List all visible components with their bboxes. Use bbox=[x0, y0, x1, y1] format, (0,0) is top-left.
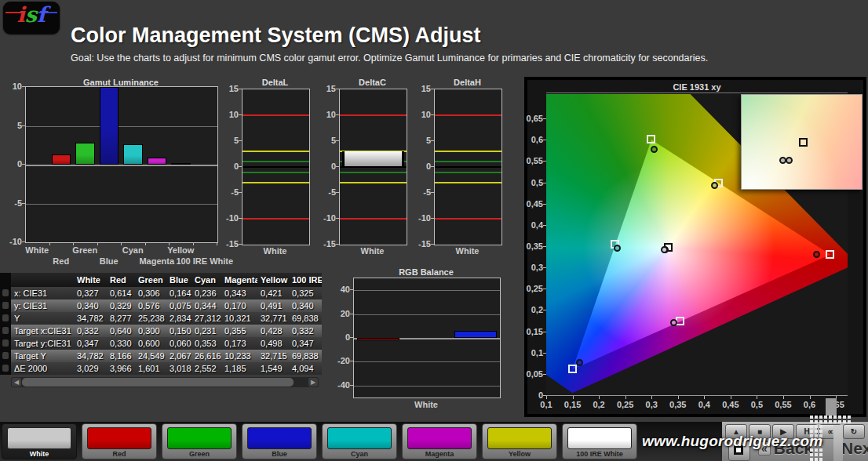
swatch-label: Green bbox=[162, 450, 236, 458]
isf-logo-text: isf bbox=[3, 2, 60, 27]
x-category-label: Blue bbox=[100, 256, 119, 266]
x-tickmark bbox=[678, 396, 679, 399]
cie-title: CIE 1931 xy bbox=[546, 82, 848, 92]
swatch-color-chip bbox=[487, 427, 552, 449]
cell: 0,150 bbox=[166, 325, 191, 337]
x-tickmark bbox=[49, 242, 50, 245]
green-limit-line bbox=[435, 161, 501, 162]
cell: 0,173 bbox=[221, 337, 257, 350]
cell: 0,428 bbox=[257, 325, 289, 337]
cell: 0,600 bbox=[135, 337, 166, 350]
up-button[interactable]: ▲ bbox=[725, 424, 747, 439]
cie-target-green bbox=[647, 135, 655, 143]
row-handle bbox=[2, 365, 9, 372]
x-tick-label: 0,15 bbox=[564, 400, 581, 409]
y-tickmark bbox=[350, 337, 353, 338]
x-tick-label: 0,5 bbox=[751, 400, 763, 409]
cell: Cyan bbox=[191, 273, 221, 287]
red-limit-line bbox=[435, 218, 501, 220]
y-tickmark bbox=[22, 203, 25, 204]
cie-measured-magenta bbox=[670, 319, 677, 326]
back-button[interactable]: «Back bbox=[758, 439, 813, 458]
y-tick-label: 0,5 bbox=[521, 178, 543, 187]
rgb-bar-red bbox=[357, 338, 399, 340]
x-tick-label: 0,6 bbox=[804, 400, 815, 409]
next-button[interactable]: Next bbox=[841, 439, 868, 458]
cell: 0,300 bbox=[135, 325, 166, 337]
scroll-right-arrow[interactable]: ▶ bbox=[308, 378, 318, 387]
swatch-button-red[interactable]: Red bbox=[82, 423, 157, 459]
cell: 0,355 bbox=[221, 325, 257, 337]
swatch-button-green[interactable]: Green bbox=[162, 423, 237, 459]
x-category-label: White bbox=[414, 400, 438, 409]
play-button[interactable]: ▶ bbox=[772, 424, 794, 439]
gridline bbox=[354, 361, 500, 362]
x-tickmark bbox=[599, 396, 600, 399]
y-tick-label: -10 bbox=[218, 213, 239, 223]
bar-red bbox=[52, 154, 71, 165]
green-limit-line bbox=[243, 161, 309, 162]
red-limit-line bbox=[435, 114, 501, 116]
y-tickmark bbox=[431, 114, 434, 115]
y-tickmark bbox=[350, 314, 353, 314]
yellow-limit-line bbox=[435, 182, 501, 183]
scroll-left-arrow[interactable]: ◀ bbox=[12, 378, 21, 387]
cell: 32,771 bbox=[257, 312, 289, 325]
y-tick-label: 0,55 bbox=[521, 156, 543, 165]
cell: 10,233 bbox=[221, 350, 257, 362]
bar-blue bbox=[100, 87, 119, 165]
prop-button[interactable]: ∝ bbox=[819, 424, 841, 439]
green-limit-line bbox=[340, 172, 407, 173]
deltaC-title: DeltaC bbox=[339, 78, 406, 87]
x-tickmark bbox=[731, 396, 731, 399]
y-tick-label: 0,25 bbox=[521, 284, 543, 293]
swatch-button-blue[interactable]: Blue bbox=[242, 423, 317, 459]
cie-measured-green bbox=[651, 146, 658, 153]
cell: 0,329 bbox=[107, 299, 135, 312]
x-axis-line bbox=[546, 395, 848, 396]
table-horizontal-scrollbar[interactable]: ◀ ▶ bbox=[11, 377, 319, 387]
y-tickmark bbox=[22, 86, 25, 87]
cell: 0,306 bbox=[135, 287, 166, 299]
swatch-button-magenta[interactable]: Magenta bbox=[402, 423, 477, 459]
zero-line bbox=[340, 166, 407, 168]
x-category-label: Green bbox=[72, 245, 97, 255]
row-label: Y bbox=[11, 312, 74, 325]
green-limit-line bbox=[243, 172, 309, 173]
h-button[interactable]: H bbox=[796, 424, 818, 439]
swatch-button-yellow[interactable]: Yellow bbox=[482, 423, 557, 459]
x-category-label: Cyan bbox=[122, 245, 144, 255]
scrollbar-thumb[interactable] bbox=[22, 378, 294, 387]
cell: 69,838 bbox=[289, 350, 322, 362]
square-outline-icon bbox=[734, 445, 743, 455]
back-chevron-icon: « bbox=[758, 441, 771, 456]
stop-button[interactable]: ■ bbox=[749, 424, 771, 439]
swatch-button-cyan[interactable]: Cyan bbox=[322, 423, 397, 459]
y-tickmark bbox=[431, 166, 434, 167]
cell: 0,640 bbox=[107, 325, 135, 337]
y-tick-label: -15 bbox=[218, 239, 239, 249]
refresh-button[interactable]: ↻ bbox=[843, 424, 865, 439]
cie-measured-yellow bbox=[711, 182, 718, 189]
window-mode-button[interactable] bbox=[728, 441, 750, 461]
y-tickmark bbox=[543, 118, 546, 119]
y-tickmark bbox=[336, 192, 339, 193]
table-row: Target Y34,7828,16624,5492,06726,61610,2… bbox=[11, 350, 322, 362]
swatch-button-white[interactable]: White bbox=[2, 423, 77, 459]
table-header-row: WhiteRedGreenBlueCyanMagentaYellow100 IR… bbox=[11, 273, 322, 287]
y-tick-label: -40 bbox=[328, 380, 350, 390]
y-tick-label: 0 bbox=[410, 162, 431, 171]
cell: 1,549 bbox=[257, 362, 289, 375]
swatch-label: White bbox=[2, 450, 76, 458]
cell: 8,166 bbox=[107, 350, 135, 362]
y-tick-label: 10 bbox=[218, 110, 239, 119]
x-category-label: White bbox=[456, 246, 480, 256]
y-tickmark bbox=[431, 140, 434, 141]
y-tick-label: 5 bbox=[315, 136, 336, 145]
inset-target-square bbox=[799, 138, 808, 147]
cell: 34,782 bbox=[74, 312, 107, 325]
swatch-color-chip bbox=[167, 427, 232, 449]
cell: 0,231 bbox=[191, 325, 221, 337]
y-tickmark bbox=[350, 289, 353, 290]
swatch-button-100-ire-white[interactable]: 100 IRE White bbox=[562, 423, 637, 459]
